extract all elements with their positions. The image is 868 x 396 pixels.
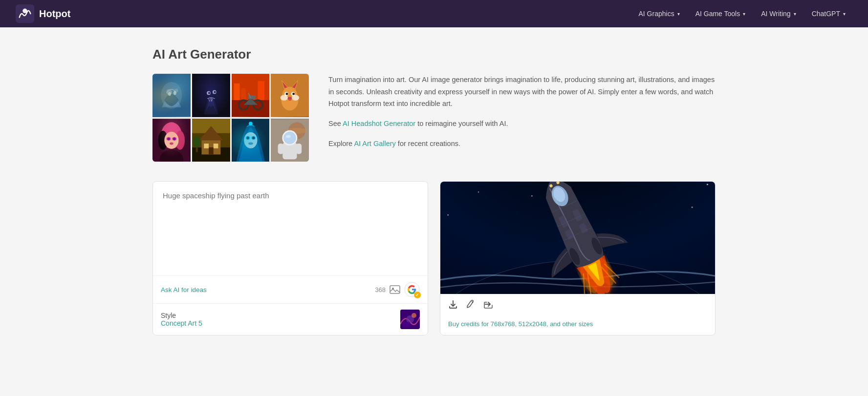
svg-point-9 — [207, 91, 211, 95]
chevron-down-icon: ▾ — [743, 11, 745, 17]
ask-ai-link[interactable]: Ask AI for ideas — [161, 286, 207, 293]
grid-cell-4 — [271, 74, 309, 117]
svg-rect-31 — [152, 119, 191, 161]
edit-button[interactable] — [466, 299, 476, 312]
grid-cell-1 — [152, 74, 191, 117]
svg-point-32 — [160, 149, 184, 162]
logo-text: Hotpot — [39, 8, 70, 20]
gallery-pre: Explore — [328, 140, 352, 147]
buy-credits-link[interactable]: Buy credits for 768x768, 512x2048, and o… — [448, 320, 593, 328]
svg-point-67 — [284, 132, 295, 143]
svg-rect-77 — [403, 322, 410, 327]
grid-cell-7 — [232, 119, 270, 162]
art-cell-woman — [152, 119, 191, 162]
svg-point-41 — [170, 142, 174, 145]
svg-point-28 — [287, 97, 292, 100]
output-footer: Buy credits for 768x768, 512x2048, and o… — [440, 316, 715, 335]
headshot-paragraph: See AI Headshot Generator to reimagine y… — [328, 118, 716, 130]
share-button[interactable] — [483, 299, 493, 312]
bottom-section: Ask AI for ideas 368 — [152, 181, 716, 335]
svg-rect-0 — [16, 4, 34, 23]
page-title: AI Art Generator — [152, 47, 716, 62]
svg-rect-15 — [234, 83, 239, 100]
svg-rect-52 — [232, 119, 270, 161]
svg-point-5 — [174, 89, 178, 93]
svg-point-33 — [161, 122, 182, 148]
svg-point-36 — [164, 131, 178, 148]
headshot-link[interactable]: AI Headshot Generator — [343, 120, 415, 127]
style-value[interactable]: Concept Art 5 — [161, 319, 202, 327]
svg-point-38 — [172, 137, 177, 141]
svg-rect-16 — [241, 88, 246, 100]
svg-rect-2 — [152, 74, 191, 117]
art-cell-fox — [271, 74, 309, 117]
logo[interactable]: Hotpot — [16, 4, 632, 23]
spaceship-image-svg — [440, 182, 715, 294]
svg-rect-48 — [213, 144, 218, 148]
svg-point-37 — [166, 137, 171, 141]
nav-label-ai-game-tools: AI Game Tools — [695, 10, 740, 18]
main-content: AI Art Generator — [141, 27, 727, 355]
style-label: Style — [161, 312, 202, 319]
svg-point-89 — [531, 195, 532, 196]
chevron-down-icon: ▾ — [677, 11, 680, 17]
image-upload-icon[interactable] — [390, 285, 400, 294]
nav-item-ai-game-tools[interactable]: AI Game Tools ▾ — [689, 6, 753, 21]
nav-label-chatgpt: ChatGPT — [812, 10, 840, 18]
svg-point-59 — [248, 142, 253, 145]
svg-point-55 — [251, 136, 256, 140]
grid-cell-8 — [271, 119, 309, 162]
nav-label-ai-writing: AI Writing — [761, 10, 790, 18]
generated-image — [440, 182, 715, 294]
svg-point-7 — [174, 91, 176, 95]
input-right: 368 — [375, 282, 420, 297]
svg-rect-69 — [278, 144, 284, 154]
svg-point-11 — [208, 92, 210, 94]
headshot-post: to reimagine yourself with AI. — [417, 120, 508, 127]
grid-cell-2 — [192, 74, 230, 117]
svg-point-3 — [161, 82, 182, 108]
svg-rect-70 — [296, 144, 302, 154]
svg-rect-17 — [258, 81, 264, 100]
gallery-link[interactable]: AI Art Gallery — [354, 140, 395, 147]
grid-cell-3 — [232, 74, 270, 117]
nav-label-ai-graphics: AI Graphics — [639, 10, 674, 18]
svg-point-39 — [167, 137, 170, 140]
style-thumbnail[interactable] — [400, 310, 420, 329]
description-body: Turn imagination into art. Our AI image … — [328, 74, 716, 110]
art-cell-astronaut — [271, 119, 309, 162]
grid-cell-5 — [152, 119, 191, 162]
svg-point-10 — [213, 90, 217, 94]
google-signin-badge[interactable]: ✓ — [404, 282, 420, 297]
svg-point-88 — [692, 207, 693, 208]
style-section: Style Concept Art 5 — [153, 303, 428, 335]
art-cell-house — [192, 119, 230, 162]
gallery-post: for recent creations. — [398, 140, 460, 147]
logo-icon — [16, 4, 34, 23]
svg-point-35 — [175, 130, 185, 149]
art-cell-blue-woman — [232, 119, 270, 162]
nav-item-chatgpt[interactable]: ChatGPT ▾ — [805, 6, 852, 21]
gallery-paragraph: Explore AI Art Gallery for recent creati… — [328, 138, 716, 150]
svg-point-54 — [245, 136, 250, 140]
navbar: Hotpot AI Graphics ▾ AI Game Tools ▾ AI … — [0, 0, 868, 27]
art-cell-dragon — [152, 74, 191, 117]
svg-point-26 — [286, 93, 288, 95]
svg-point-86 — [707, 184, 708, 185]
nav-item-ai-graphics[interactable]: AI Graphics ▾ — [632, 6, 687, 21]
headshot-pre: See — [328, 120, 341, 127]
input-footer: Ask AI for ideas 368 — [153, 275, 428, 303]
download-button[interactable] — [448, 299, 458, 312]
prompt-input[interactable] — [153, 182, 428, 275]
svg-rect-49 — [209, 147, 214, 154]
svg-point-85 — [478, 191, 479, 192]
output-toolbar — [440, 294, 715, 316]
svg-point-56 — [246, 136, 249, 139]
svg-point-34 — [158, 130, 168, 149]
grid-cell-6 — [192, 119, 230, 162]
nav-item-ai-writing[interactable]: AI Writing ▾ — [754, 6, 803, 21]
svg-point-4 — [166, 89, 172, 95]
svg-point-51 — [193, 136, 201, 147]
svg-point-53 — [244, 132, 257, 148]
input-panel: Ask AI for ideas 368 — [152, 181, 428, 335]
